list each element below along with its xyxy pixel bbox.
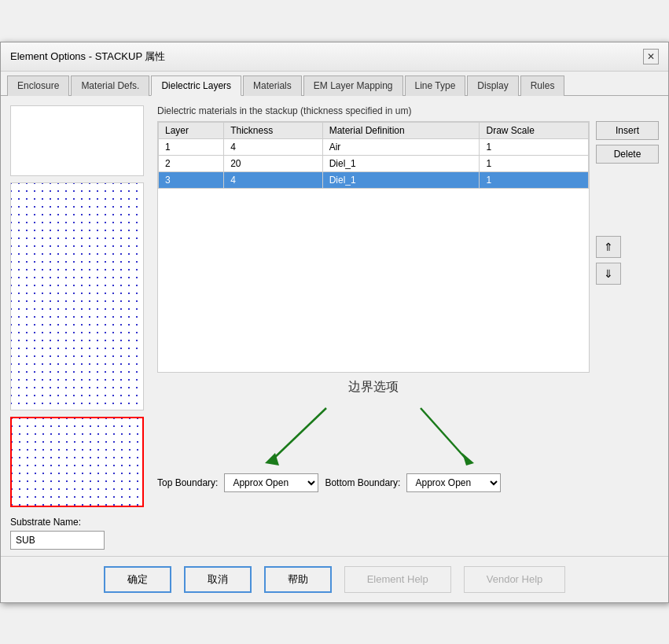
layer-white-preview bbox=[10, 105, 144, 176]
insert-button[interactable]: Insert bbox=[596, 121, 659, 140]
cell-draw-scale: 1 bbox=[480, 171, 589, 188]
panel-content: Dielectric materials in the stackup (thi… bbox=[157, 105, 590, 507]
left-panel bbox=[10, 105, 148, 507]
substrate-input[interactable] bbox=[10, 531, 105, 550]
close-button[interactable]: ✕ bbox=[643, 49, 659, 64]
cell-layer: 2 bbox=[159, 155, 224, 171]
table-row[interactable]: 1 4 Air 1 bbox=[159, 138, 589, 155]
help-button[interactable]: 帮助 bbox=[264, 566, 332, 593]
cell-material: Air bbox=[322, 138, 480, 155]
up-arrow-icon: ⇑ bbox=[604, 241, 613, 253]
tab-display[interactable]: Display bbox=[467, 75, 518, 96]
bottom-boundary-select[interactable]: Approx Open PEC PMC Radiation bbox=[406, 473, 501, 492]
delete-button[interactable]: Delete bbox=[596, 145, 659, 164]
tab-bar: Enclosure Material Defs. Dielectric Laye… bbox=[1, 72, 668, 96]
substrate-label: Substrate Name: bbox=[10, 517, 105, 528]
tab-material-defs[interactable]: Material Defs. bbox=[71, 75, 149, 96]
action-buttons: Insert Delete ⇑ ⇓ bbox=[596, 105, 659, 507]
bottom-buttons: 确定 取消 帮助 Element Help Vendor Help bbox=[1, 556, 668, 602]
col-header-material: Material Definition bbox=[322, 122, 480, 138]
content-area: Dielectric materials in the stackup (thi… bbox=[1, 96, 668, 517]
substrate-section: Substrate Name: bbox=[1, 517, 668, 556]
svg-line-0 bbox=[271, 408, 326, 461]
tab-dielectric-layers[interactable]: Dielectric Layers bbox=[151, 75, 241, 96]
layer-table-container: Layer Thickness Material Definition Draw… bbox=[157, 121, 590, 373]
tab-materials[interactable]: Materials bbox=[243, 75, 302, 96]
layer-dotted-preview bbox=[10, 182, 144, 410]
tab-line-type[interactable]: Line Type bbox=[405, 75, 466, 96]
top-boundary-select[interactable]: Approx Open PEC PMC Radiation bbox=[224, 473, 318, 492]
cell-thickness: 20 bbox=[224, 155, 323, 171]
tab-enclosure[interactable]: Enclosure bbox=[7, 75, 69, 96]
tab-rules[interactable]: Rules bbox=[520, 75, 565, 96]
annotation-arrows bbox=[157, 404, 590, 467]
element-help-button[interactable]: Element Help bbox=[344, 566, 451, 593]
svg-line-2 bbox=[421, 408, 468, 461]
annotation-area: 边界选项 bbox=[157, 373, 590, 467]
cell-layer: 1 bbox=[159, 138, 224, 155]
down-arrow-icon: ⇓ bbox=[604, 267, 613, 280]
col-header-layer: Layer bbox=[159, 122, 224, 138]
layer-table: Layer Thickness Material Definition Draw… bbox=[158, 122, 589, 189]
layer-selected-preview bbox=[10, 417, 144, 507]
dialog: Element Options - STACKUP 属性 ✕ Enclosure… bbox=[0, 42, 669, 603]
cell-material: Diel_1 bbox=[322, 155, 480, 171]
top-boundary-label: Top Boundary: bbox=[157, 477, 218, 488]
table-row-selected[interactable]: 3 4 Diel_1 1 bbox=[159, 171, 589, 188]
annotation-label: 边界选项 bbox=[348, 379, 399, 396]
table-description: Dielectric materials in the stackup (thi… bbox=[157, 105, 590, 116]
col-header-draw-scale: Draw Scale bbox=[480, 122, 589, 138]
tab-em-layer-mapping[interactable]: EM Layer Mapping bbox=[303, 75, 403, 96]
move-down-button[interactable]: ⇓ bbox=[596, 263, 621, 285]
right-content: Dielectric materials in the stackup (thi… bbox=[157, 105, 659, 507]
move-up-button[interactable]: ⇑ bbox=[596, 236, 621, 258]
cell-thickness-editing[interactable]: 4 bbox=[224, 171, 323, 188]
title-bar: Element Options - STACKUP 属性 ✕ bbox=[1, 42, 668, 72]
cell-draw-scale: 1 bbox=[480, 155, 589, 171]
boundary-row: Top Boundary: Approx Open PEC PMC Radiat… bbox=[157, 467, 590, 499]
cell-thickness: 4 bbox=[224, 138, 323, 155]
cell-draw-scale: 1 bbox=[480, 138, 589, 155]
cell-layer: 3 bbox=[159, 171, 224, 188]
arrows-container bbox=[157, 404, 590, 467]
cancel-button[interactable]: 取消 bbox=[184, 566, 252, 593]
vendor-help-button[interactable]: Vendor Help bbox=[464, 566, 566, 593]
table-row[interactable]: 2 20 Diel_1 1 bbox=[159, 155, 589, 171]
cell-material: Diel_1 bbox=[322, 171, 480, 188]
confirm-button[interactable]: 确定 bbox=[104, 566, 171, 593]
dialog-title: Element Options - STACKUP 属性 bbox=[10, 50, 165, 64]
bottom-boundary-label: Bottom Boundary: bbox=[325, 477, 400, 488]
svg-marker-3 bbox=[462, 453, 474, 466]
col-header-thickness: Thickness bbox=[224, 122, 323, 138]
